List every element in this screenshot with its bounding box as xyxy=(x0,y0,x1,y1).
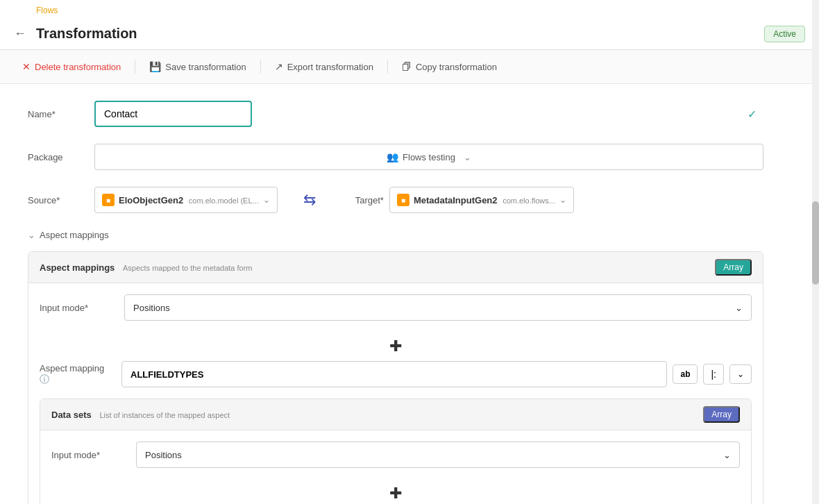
target-chevron-icon: ⌄ xyxy=(559,195,566,205)
aspect-mapping-input[interactable] xyxy=(121,361,667,387)
aspect-pipe-button[interactable]: |: xyxy=(703,364,724,385)
delete-icon: ✕ xyxy=(22,61,31,72)
datasets-input-mode-row: Input mode* Positions ⌄ xyxy=(51,442,740,468)
header-bar: ← Transformation Active xyxy=(0,18,819,50)
datasets-card-body: Input mode* Positions ⌄ ✚ xyxy=(40,430,751,504)
delete-transformation-button[interactable]: ✕ Delete transformation xyxy=(14,57,129,76)
breadcrumb: Flows xyxy=(0,0,819,18)
aspect-mappings-card: Aspect mappings Aspects mapped to the me… xyxy=(28,251,763,504)
back-button[interactable]: ← xyxy=(11,24,29,44)
input-mode-chevron-icon: ⌄ xyxy=(735,303,743,313)
source-select[interactable]: ■ EloObjectGen2 com.elo.model (EL... ⌄ xyxy=(94,187,278,213)
shuffle-icon: ⇆ xyxy=(289,191,330,209)
package-row: Package 👥 Flows testing ⌄ xyxy=(28,144,763,170)
package-chevron-icon: ⌄ xyxy=(464,152,471,162)
datasets-add-icon: ✚ xyxy=(389,485,402,503)
name-check-icon: ✓ xyxy=(748,108,757,121)
toolbar-divider-3 xyxy=(387,60,388,74)
aspect-ab-button[interactable]: ab xyxy=(673,364,698,384)
datasets-card: Data sets List of instances of the mappe… xyxy=(40,398,752,504)
package-icon: 👥 xyxy=(387,151,398,162)
package-select[interactable]: 👥 Flows testing ⌄ xyxy=(94,144,763,170)
datasets-add-position-button[interactable]: ✚ xyxy=(51,479,740,504)
datasets-input-mode-select[interactable]: Positions ⌄ xyxy=(136,442,740,468)
section-collapse-icon: ⌄ xyxy=(28,230,35,240)
source-icon: ■ xyxy=(102,194,115,206)
datasets-card-header: Data sets List of instances of the mappe… xyxy=(40,399,751,430)
datasets-input-mode-label: Input mode* xyxy=(51,450,128,460)
main-content: Name* ✓ Package 👥 Flows testing ⌄ Source… xyxy=(0,84,791,504)
aspect-mapping-row: Aspect mapping ⓘ ab |: ⌄ xyxy=(40,361,752,387)
input-mode-label: Input mode* xyxy=(40,303,116,313)
source-chevron-icon: ⌄ xyxy=(263,195,270,205)
aspect-mappings-card-header: Aspect mappings Aspects mapped to the me… xyxy=(28,252,763,283)
aspect-mappings-array-button[interactable]: Array xyxy=(715,259,752,276)
status-badge: Active xyxy=(764,26,805,42)
scrollbar-thumb[interactable] xyxy=(812,201,819,285)
export-transformation-button[interactable]: ↗ Export transformation xyxy=(267,57,382,76)
toolbar: ✕ Delete transformation 💾 Save transform… xyxy=(0,50,819,84)
input-mode-select[interactable]: Positions ⌄ xyxy=(124,294,752,321)
target-label: Target* xyxy=(355,195,384,205)
package-label: Package xyxy=(28,152,83,162)
name-row: Name* ✓ xyxy=(28,101,763,127)
aspect-chevron-button[interactable]: ⌄ xyxy=(729,364,752,384)
toolbar-divider-1 xyxy=(135,60,135,74)
scrollbar[interactable] xyxy=(812,0,819,504)
save-transformation-button[interactable]: 💾 Save transformation xyxy=(141,57,254,76)
source-target-row: Source* ■ EloObjectGen2 com.elo.model (E… xyxy=(28,187,763,213)
aspect-mapping-info-icon[interactable]: ⓘ xyxy=(40,373,49,385)
aspect-mappings-card-body: Input mode* Positions ⌄ ✚ Aspect mapping… xyxy=(28,283,763,504)
add-position-button[interactable]: ✚ xyxy=(40,332,752,361)
page-title: Transformation xyxy=(36,26,764,42)
source-label: Source* xyxy=(28,195,83,205)
target-section: Target* ■ MetadataInputGen2 com.elo.flow… xyxy=(355,187,574,213)
save-icon: 💾 xyxy=(149,61,161,72)
add-icon: ✚ xyxy=(389,337,402,355)
copy-transformation-button[interactable]: 🗍 Copy transformation xyxy=(394,57,505,76)
input-mode-row: Input mode* Positions ⌄ xyxy=(40,294,752,321)
name-input-wrapper: ✓ xyxy=(94,101,763,127)
datasets-input-mode-chevron-icon: ⌄ xyxy=(723,450,731,460)
export-icon: ↗ xyxy=(275,61,283,72)
target-icon: ■ xyxy=(397,194,410,206)
datasets-array-button[interactable]: Array xyxy=(703,406,740,423)
target-select[interactable]: ■ MetadataInputGen2 com.elo.flows... ⌄ xyxy=(389,187,574,213)
name-label: Name* xyxy=(28,109,83,119)
toolbar-divider-2 xyxy=(260,60,261,74)
copy-icon: 🗍 xyxy=(402,61,412,72)
aspect-mapping-label: Aspect mapping ⓘ xyxy=(40,363,116,386)
aspect-mappings-section-header[interactable]: ⌄ Aspect mappings xyxy=(28,230,763,240)
name-input[interactable] xyxy=(94,101,252,127)
